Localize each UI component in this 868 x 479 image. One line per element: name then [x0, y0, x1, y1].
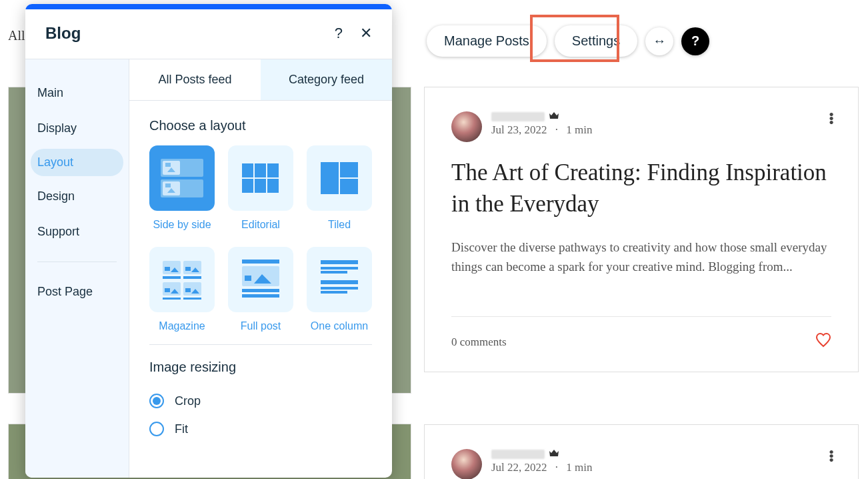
svg-rect-6 — [242, 163, 253, 177]
post-title[interactable]: The Art of Creating: Finding Inspiration… — [451, 157, 831, 220]
layout-thumb-side-by-side-icon — [149, 145, 215, 211]
tab-category-feed[interactable]: Category feed — [261, 59, 392, 101]
sidebar-item-display[interactable]: Display — [25, 113, 129, 143]
svg-rect-29 — [245, 276, 251, 281]
layout-option-tiled[interactable]: Tiled — [307, 145, 372, 240]
layout-label: Editorial — [241, 219, 280, 231]
sidebar-item-post-page[interactable]: Post Page — [25, 277, 129, 307]
like-button[interactable] — [815, 333, 831, 352]
post-options-button[interactable]: ••• — [829, 450, 834, 462]
comments-count[interactable]: 0 comments — [451, 336, 507, 349]
layout-label: Side by side — [153, 219, 211, 231]
layout-options-grid: Side by side — [149, 145, 372, 342]
svg-rect-19 — [163, 276, 181, 279]
layout-label: One column — [311, 320, 368, 332]
blog-post-card: Jul 23, 2022 · 1 min ••• The Art of Crea… — [424, 87, 859, 372]
divider — [149, 344, 372, 345]
editor-toolbar: Manage Posts Settings ↔ ? — [427, 25, 709, 57]
svg-rect-8 — [267, 163, 279, 177]
layout-label: Full post — [241, 320, 281, 332]
svg-rect-13 — [340, 162, 358, 177]
image-resizing-title: Image resizing — [149, 360, 372, 375]
tab-all-posts-feed[interactable]: All Posts feed — [129, 59, 261, 101]
panel-help-button[interactable]: ? — [335, 25, 343, 42]
svg-rect-26 — [183, 298, 201, 300]
svg-rect-25 — [163, 298, 181, 300]
svg-rect-36 — [321, 287, 358, 290]
layout-option-side-by-side[interactable]: Side by side — [149, 145, 215, 240]
post-header: Jul 23, 2022 · 1 min ••• — [451, 111, 831, 142]
layout-thumb-one-column-icon — [307, 247, 372, 312]
stretch-button[interactable]: ↔ — [645, 27, 673, 55]
layout-label: Magazine — [159, 320, 205, 332]
svg-rect-30 — [242, 289, 279, 292]
question-icon: ? — [691, 33, 699, 49]
post-excerpt: Discover the diverse pathways to creativ… — [451, 237, 831, 277]
svg-rect-9 — [242, 179, 253, 193]
post-options-button[interactable]: ••• — [829, 113, 834, 125]
author-name-blurred — [491, 112, 545, 121]
panel-accent-bar — [25, 4, 392, 9]
layout-option-editorial[interactable]: Editorial — [228, 145, 293, 240]
background-tab-label: All — [8, 28, 25, 43]
stretch-icon: ↔ — [653, 33, 666, 49]
layout-option-one-column[interactable]: One column — [307, 247, 372, 342]
help-button[interactable]: ? — [681, 27, 709, 55]
radio-crop[interactable]: Crop — [149, 387, 372, 415]
svg-rect-27 — [242, 260, 279, 264]
post-date: Jul 23, 2022 — [491, 123, 547, 136]
panel-titlebar: Blog ? ✕ — [25, 9, 392, 59]
admin-crown-icon — [549, 111, 559, 122]
settings-button[interactable]: Settings — [555, 25, 637, 57]
layout-label: Tiled — [328, 219, 351, 231]
sidebar-divider — [37, 262, 117, 262]
svg-rect-22 — [165, 288, 170, 292]
layout-thumb-magazine-icon — [149, 247, 215, 312]
divider — [451, 316, 831, 317]
svg-rect-11 — [267, 179, 279, 193]
panel-title: Blog — [45, 24, 81, 43]
layout-thumb-editorial-icon — [228, 145, 293, 211]
post-header: Jul 22, 2022 · 1 min ••• — [451, 449, 831, 479]
feed-tabs: All Posts feed Category feed — [129, 59, 392, 101]
layout-thumb-full-post-icon — [228, 247, 293, 312]
sidebar-item-support[interactable]: Support — [25, 217, 129, 247]
post-date: Jul 22, 2022 — [491, 461, 547, 474]
svg-rect-18 — [185, 267, 191, 271]
svg-rect-34 — [321, 271, 347, 274]
svg-rect-12 — [321, 162, 339, 194]
svg-rect-24 — [185, 288, 191, 292]
sidebar-item-design[interactable]: Design — [25, 181, 129, 211]
panel-close-button[interactable]: ✕ — [360, 25, 372, 42]
author-name-blurred — [491, 450, 545, 459]
post-read-time: 1 min — [566, 123, 592, 136]
sidebar-item-layout[interactable]: Layout — [31, 149, 123, 176]
svg-rect-35 — [321, 280, 358, 284]
svg-rect-31 — [242, 294, 279, 298]
radio-label: Fit — [175, 422, 188, 436]
svg-rect-37 — [321, 291, 347, 294]
radio-icon — [149, 394, 164, 408]
layout-option-full-post[interactable]: Full post — [228, 247, 293, 342]
post-read-time: 1 min — [566, 461, 592, 474]
radio-icon — [149, 422, 164, 436]
svg-rect-5 — [165, 183, 171, 187]
layout-option-magazine[interactable]: Magazine — [149, 247, 215, 342]
sidebar-item-main[interactable]: Main — [25, 78, 129, 108]
radio-label: Crop — [175, 394, 201, 408]
svg-rect-32 — [321, 260, 358, 264]
radio-fit[interactable]: Fit — [149, 415, 372, 443]
svg-rect-7 — [255, 163, 266, 177]
svg-rect-33 — [321, 267, 358, 270]
blog-settings-panel: Blog ? ✕ Main Display Layout Design Supp… — [25, 4, 392, 478]
svg-rect-10 — [255, 179, 266, 193]
panel-sidebar: Main Display Layout Design Support Post … — [25, 59, 129, 478]
svg-rect-16 — [165, 267, 170, 271]
layout-thumb-tiled-icon — [307, 145, 372, 211]
svg-rect-20 — [183, 276, 201, 279]
svg-rect-2 — [165, 163, 171, 167]
post-meta: Jul 22, 2022 · 1 min — [491, 461, 593, 474]
blog-post-card: Jul 22, 2022 · 1 min ••• — [424, 424, 859, 479]
choose-layout-title: Choose a layout — [149, 118, 372, 133]
manage-posts-button[interactable]: Manage Posts — [427, 25, 547, 57]
